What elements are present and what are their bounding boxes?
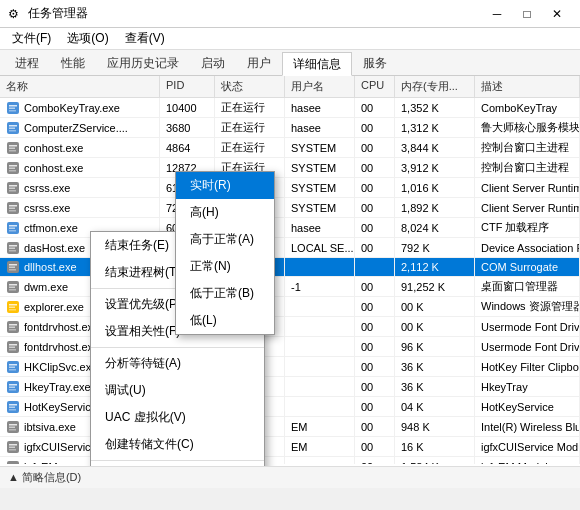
svg-rect-41	[9, 304, 17, 306]
table-row[interactable]: HkeyTray.exe正在运行0036 KHkeyTray	[0, 377, 580, 397]
tab-users[interactable]: 用户	[236, 51, 282, 75]
cell-name: conhost.exe	[0, 138, 160, 157]
col-mem[interactable]: 内存(专用...	[395, 76, 475, 97]
svg-rect-49	[9, 344, 17, 346]
svg-rect-33	[9, 264, 17, 266]
cell-cpu: 00	[355, 417, 395, 436]
cell-desc: igfxCUIService Module	[475, 437, 580, 456]
priority-normal[interactable]: 正常(N)	[176, 253, 274, 280]
ctx-debug[interactable]: 调试(U)	[91, 377, 264, 404]
process-table: 名称 PID 状态 用户名 CPU 内存(专用... 描述 ComboKeyTr…	[0, 76, 580, 466]
proc-icon	[6, 141, 20, 155]
table-row[interactable]: csrss.exe724正在运行SYSTEM001,892 KClient Se…	[0, 198, 580, 218]
tab-startup[interactable]: 启动	[190, 51, 236, 75]
col-user[interactable]: 用户名	[285, 76, 355, 97]
cell-mem: 1,312 K	[395, 118, 475, 137]
ctx-dump[interactable]: 创建转储文件(C)	[91, 431, 264, 458]
minimize-button[interactable]: ─	[482, 2, 512, 26]
ctx-analyze[interactable]: 分析等待链(A)	[91, 350, 264, 377]
svg-rect-18	[9, 187, 15, 189]
table-header: 名称 PID 状态 用户名 CPU 内存(专用... 描述	[0, 76, 580, 98]
table-row[interactable]: dwm.exe-10091,252 K桌面窗口管理器	[0, 277, 580, 297]
col-pid[interactable]: PID	[160, 76, 215, 97]
svg-rect-25	[9, 225, 17, 227]
svg-rect-1	[9, 105, 17, 107]
svg-rect-59	[9, 389, 16, 391]
table-row[interactable]: conhost.exe4864正在运行SYSTEM003,844 K控制台窗口主…	[0, 138, 580, 158]
table-row[interactable]: HKClipSvc.exe正在运行0036 KHotKey Filter Cli…	[0, 357, 580, 377]
cell-user	[285, 337, 355, 356]
col-desc[interactable]: 描述	[475, 76, 580, 97]
cell-mem: 1,016 K	[395, 178, 475, 197]
table-row[interactable]: ctfmon.exe6092正在运行hasee008,024 KCTF 加载程序	[0, 218, 580, 238]
col-name[interactable]: 名称	[0, 76, 160, 97]
cell-user: SYSTEM	[285, 198, 355, 217]
table-row[interactable]: ComboKeyTray.exe10400正在运行hasee001,352 KC…	[0, 98, 580, 118]
cell-user: SYSTEM	[285, 138, 355, 157]
cell-desc: Usermode Font Driver ...	[475, 337, 580, 356]
cell-user: EM	[285, 437, 355, 456]
table-row[interactable]: fontdrvhost.exe正在运行0000 KUsermode Font D…	[0, 317, 580, 337]
cell-cpu: 00	[355, 337, 395, 356]
table-row[interactable]: HotKeyService.exe正在运行0004 KHotKeyService	[0, 397, 580, 417]
cell-user: SYSTEM	[285, 178, 355, 197]
status-text[interactable]: ▲ 简略信息(D)	[8, 470, 81, 485]
cell-desc: Windows 资源管理器	[475, 297, 580, 316]
svg-rect-35	[9, 269, 16, 271]
tab-services[interactable]: 服务	[352, 51, 398, 75]
svg-rect-46	[9, 326, 15, 328]
cell-mem: 36 K	[395, 357, 475, 376]
table-row[interactable]: conhost.exe12872正在运行SYSTEM003,912 K控制台窗口…	[0, 158, 580, 178]
window-title: 任务管理器	[28, 5, 88, 22]
proc-icon	[6, 221, 20, 235]
svg-rect-45	[9, 324, 17, 326]
proc-icon	[6, 201, 20, 215]
priority-below-normal[interactable]: 低于正常(B)	[176, 280, 274, 307]
cell-user: hasee	[285, 98, 355, 117]
maximize-button[interactable]: □	[512, 2, 542, 26]
cell-cpu	[355, 258, 395, 276]
cell-user: hasee	[285, 118, 355, 137]
cell-mem: 36 K	[395, 377, 475, 396]
priority-low[interactable]: 低(L)	[176, 307, 274, 334]
ctx-uac[interactable]: UAC 虚拟化(V)	[91, 404, 264, 431]
menu-view[interactable]: 查看(V)	[117, 28, 173, 50]
svg-rect-63	[9, 409, 16, 411]
table-row[interactable]: explorer.exe正在运行0000 KWindows 资源管理器	[0, 297, 580, 317]
svg-rect-72	[7, 461, 19, 465]
cell-name: csrss.exe	[0, 198, 160, 217]
table-row[interactable]: igfxCUIService.exe正在运行EM0016 KigfxCUISer…	[0, 437, 580, 457]
menu-options[interactable]: 选项(O)	[59, 28, 116, 50]
menu-file[interactable]: 文件(F)	[4, 28, 59, 50]
svg-rect-30	[9, 247, 15, 249]
col-cpu[interactable]: CPU	[355, 76, 395, 97]
tab-app-history[interactable]: 应用历史记录	[96, 51, 190, 75]
table-row[interactable]: igfxEM.exe正在运行001,584 KigfxEM Module	[0, 457, 580, 464]
close-button[interactable]: ✕	[542, 2, 572, 26]
tab-details[interactable]: 详细信息	[282, 52, 352, 76]
tab-performance[interactable]: 性能	[50, 51, 96, 75]
priority-above-normal[interactable]: 高于正常(A)	[176, 226, 274, 253]
cell-pid: 3680	[160, 118, 215, 137]
svg-rect-11	[9, 150, 16, 152]
table-row[interactable]: dasHost.exe6000正在运行LOCAL SE...00792 KDev…	[0, 238, 580, 258]
table-row[interactable]: csrss.exe612正在运行SYSTEM001,016 KClient Se…	[0, 178, 580, 198]
tab-processes[interactable]: 进程	[4, 51, 50, 75]
priority-realtime[interactable]: 实时(R)	[176, 172, 274, 199]
svg-rect-62	[9, 406, 15, 408]
priority-high[interactable]: 高(H)	[176, 199, 274, 226]
table-row[interactable]: ibtsiva.exe正在运行EM00948 KIntel(R) Wireles…	[0, 417, 580, 437]
cell-name: csrss.exe	[0, 178, 160, 197]
cell-mem: 8,024 K	[395, 218, 475, 237]
window-controls: ─ □ ✕	[482, 2, 572, 26]
table-row[interactable]: dllhost.exe2,112 KCOM Surrogate	[0, 258, 580, 277]
ctx-open-location[interactable]: 打开文件所在的位置(O)	[91, 463, 264, 466]
svg-rect-69	[9, 444, 17, 446]
table-row[interactable]: fontdrvhost.exe正在运行0096 KUsermode Font D…	[0, 337, 580, 357]
svg-rect-43	[9, 309, 16, 311]
cell-cpu: 00	[355, 118, 395, 137]
cell-mem: 91,252 K	[395, 277, 475, 296]
col-status[interactable]: 状态	[215, 76, 285, 97]
table-row[interactable]: ComputerZService....3680正在运行hasee001,312…	[0, 118, 580, 138]
cell-desc: 鲁大师核心服务模块	[475, 118, 580, 137]
